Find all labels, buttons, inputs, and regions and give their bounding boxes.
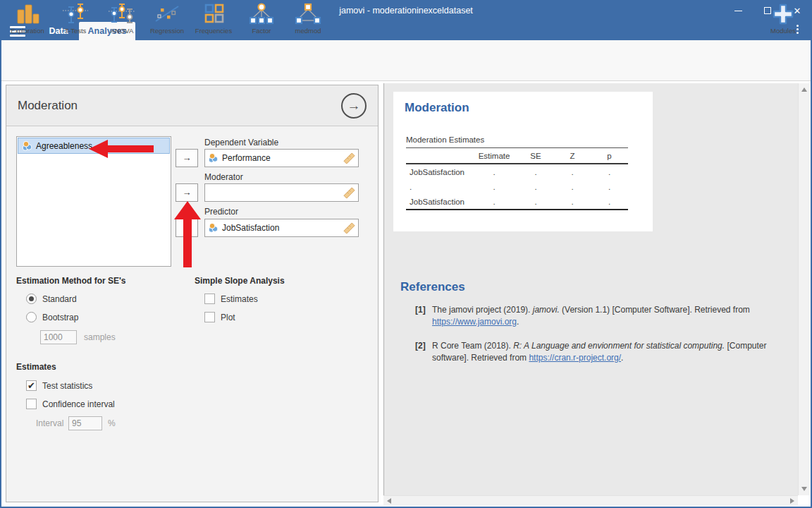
dependent-variable-label: Dependent Variable [204, 138, 278, 147]
dependent-variable-value: Performance [222, 153, 271, 163]
confidence-interval-checkbox[interactable] [26, 399, 37, 409]
table-row: . . . . . [406, 179, 628, 194]
ribbon-item-anova[interactable]: ANOVA [99, 2, 145, 39]
ruler-icon [343, 222, 355, 234]
percent-label: % [108, 418, 116, 428]
col-z: Z [554, 152, 591, 160]
confidence-interval-label[interactable]: Confidence interval [42, 399, 115, 409]
assign-dependent-button[interactable]: → [176, 149, 198, 167]
annotation-arrow-moderator [174, 201, 201, 267]
ribbon-label: Regression [150, 27, 184, 35]
bootstrap-radio[interactable] [26, 312, 37, 322]
ribbon-item-factor[interactable]: Factor [238, 2, 285, 39]
continuous-variable-icon [208, 153, 219, 163]
frequencies-icon [199, 2, 228, 26]
moderator-field[interactable] [204, 183, 359, 202]
predictor-label: Predictor [204, 207, 238, 217]
analysis-title: Moderation [18, 85, 78, 126]
predictor-value: JobSatisfaction [222, 223, 279, 233]
scroll-right-arrow[interactable] [790, 498, 794, 504]
slope-plot-label[interactable]: Plot [221, 313, 235, 322]
minimize-button[interactable] [723, 0, 753, 21]
samples-label: samples [84, 332, 116, 342]
reference-item-2: [2] R Core Team (2018). R: A Language an… [415, 340, 790, 364]
moderation-estimates-table[interactable]: Estimate SE Z p JobSatisfaction . . . . … [406, 147, 628, 210]
vertical-scrollbar[interactable] [798, 83, 810, 495]
horizontal-scrollbar[interactable] [383, 495, 798, 506]
results-panel: Moderation Moderation Estimates Estimate… [383, 83, 798, 495]
ribbon-item-modules[interactable]: Modules [760, 2, 806, 39]
options-panel-header: Moderation → [6, 85, 378, 126]
analysis-ribbon [0, 40, 812, 81]
ribbon-label: Modules [770, 27, 796, 35]
ribbon-label: Exploration [11, 27, 44, 35]
factor-icon [247, 2, 276, 26]
modules-plus-icon [769, 2, 797, 26]
results-heading: Moderation [405, 101, 469, 115]
ribbon-label: Frequencies [195, 27, 232, 35]
estimation-method-heading: Estimation Method for SE's [16, 276, 126, 286]
continuous-variable-icon [208, 223, 219, 233]
table-body: JobSatisfaction . . . . . . . . . JobSat… [406, 164, 628, 210]
results-page: Moderation Moderation Estimates Estimate… [393, 92, 653, 231]
interval-input[interactable] [68, 416, 102, 430]
references-list: [1] The jamovi project (2019). jamovi. (… [415, 304, 790, 364]
slope-estimates-label[interactable]: Estimates [221, 294, 258, 304]
bootstrap-radio-label[interactable]: Bootstrap [42, 313, 78, 322]
table-row: JobSatisfaction . . . . [406, 194, 628, 209]
jamovi-link[interactable]: https://www.jamovi.org [432, 317, 517, 327]
reference-item-1: [1] The jamovi project (2019). jamovi. (… [415, 304, 790, 328]
dependent-variable-field[interactable]: Performance [204, 149, 359, 167]
medmod-icon [294, 2, 322, 26]
col-p: p [591, 152, 628, 160]
references-heading: References [400, 280, 465, 294]
estimates-heading: Estimates [16, 362, 56, 372]
scroll-down-arrow[interactable] [801, 487, 807, 491]
t-tests-icon [61, 2, 90, 26]
moderator-label: Moderator [204, 172, 243, 182]
col-estimate: Estimate [471, 152, 517, 160]
assign-moderator-button[interactable]: → [176, 183, 198, 202]
anova-icon [108, 2, 136, 26]
test-statistics-checkbox[interactable]: ✔ [26, 380, 37, 391]
ribbon-item-ttests[interactable]: T-Tests [52, 2, 99, 39]
slope-plot-checkbox[interactable] [204, 312, 215, 322]
table-caption: Moderation Estimates [406, 135, 484, 144]
ribbon-item-frequencies[interactable]: Frequencies [190, 2, 237, 39]
collapse-results-button[interactable]: → [341, 93, 367, 119]
cran-link[interactable]: https://cran.r-project.org/ [529, 353, 621, 363]
col-se: SE [517, 152, 554, 160]
test-statistics-label[interactable]: Test statistics [42, 381, 92, 391]
bootstrap-samples-input[interactable] [40, 330, 77, 344]
table-header-row: Estimate SE Z p [406, 147, 628, 164]
slope-estimates-checkbox[interactable] [204, 294, 215, 304]
standard-radio-label[interactable]: Standard [42, 294, 77, 304]
bar-chart-icon [13, 2, 42, 26]
simple-slope-heading: Simple Slope Analysis [195, 276, 285, 286]
regression-icon [153, 2, 181, 26]
ruler-icon [343, 152, 355, 164]
table-row: JobSatisfaction . . . . [406, 164, 628, 179]
standard-radio[interactable] [26, 294, 37, 304]
moderation-options-panel: Moderation → Agreeableness → → → Depende… [6, 85, 379, 502]
ribbon-label: T-Tests [65, 27, 87, 35]
continuous-variable-icon [22, 141, 32, 151]
ribbon-label: medmod [295, 27, 321, 35]
scroll-left-arrow[interactable] [387, 498, 391, 504]
ribbon-item-medmod[interactable]: medmod [285, 2, 331, 39]
predictor-field[interactable]: JobSatisfaction [204, 219, 359, 237]
ribbon-item-exploration[interactable]: Exploration [4, 2, 51, 39]
annotation-arrow-variable [89, 139, 154, 159]
interval-label: Interval [36, 418, 63, 428]
variable-name: Agreeableness [36, 141, 92, 151]
scroll-up-arrow[interactable] [801, 87, 807, 92]
ribbon-item-regression[interactable]: Regression [144, 2, 190, 39]
ribbon-label: Factor [252, 27, 271, 35]
ruler-icon [343, 187, 355, 199]
ribbon-label: ANOVA [111, 27, 134, 35]
minimize-icon [734, 11, 742, 11]
